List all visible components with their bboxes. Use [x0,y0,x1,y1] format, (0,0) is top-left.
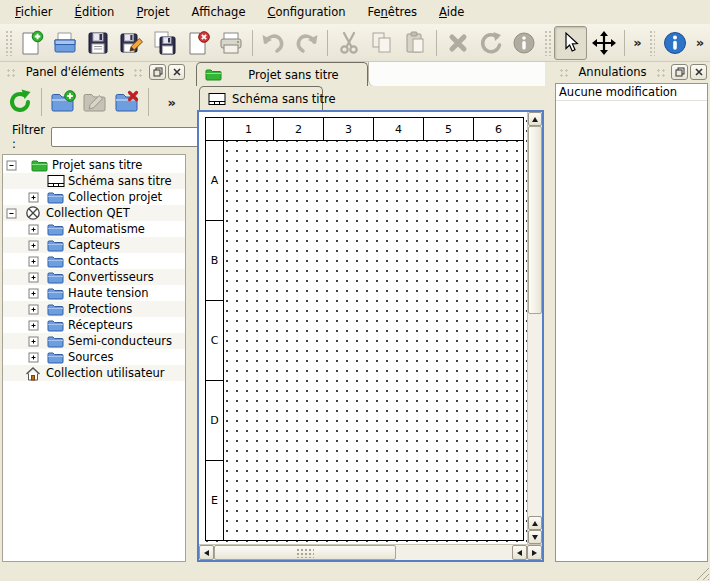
folder-edit-icon [81,88,109,116]
element-info-button[interactable] [508,26,541,60]
menu-item-edition[interactable]: Édition [64,2,126,22]
reload-collections-button[interactable] [4,86,36,118]
tab-schema-sans-titre[interactable]: Schéma sans titre [199,86,323,110]
toolbar-drag-handle[interactable] [544,30,551,56]
menu-item-fichier[interactable]: Fichier [4,2,64,22]
delete-category-button[interactable] [111,86,143,118]
save-all-button[interactable] [148,26,181,60]
vertical-scrollbar[interactable] [527,112,542,544]
dock-splitter[interactable] [188,62,196,562]
rotate-button[interactable] [474,26,507,60]
scroll-down-button[interactable] [528,530,542,544]
tree-item-sources[interactable]: Sources [3,349,185,365]
expand-expander-icon[interactable] [28,224,39,235]
tree-item-capteurs[interactable]: Capteurs [3,237,185,253]
diagram-canvas[interactable]: 1 2 3 4 5 6 A B C D E [199,112,527,544]
copy-button[interactable] [365,26,398,60]
undo-list-item[interactable]: Aucune modification [556,84,707,101]
expand-expander-icon[interactable] [28,288,39,299]
tab-label: Schéma sans titre [232,92,336,106]
horizontal-scrollbar-thumb[interactable] [214,545,396,560]
tree-item-collection-utilisateur[interactable]: Collection utilisateur [3,365,185,381]
toolbar-overflow-button[interactable]: » [629,35,645,50]
resize-grip[interactable] [695,566,709,580]
cut-button[interactable] [332,26,365,60]
vertical-scrollbar-track[interactable] [528,314,542,516]
scroll-right-button[interactable] [527,545,542,560]
elements-panel-titlebar[interactable]: Panel d'éléments [0,62,188,82]
vertical-scrollbar-thumb[interactable] [528,126,542,314]
open-project-button[interactable] [48,26,81,60]
tree-item-recepteurs[interactable]: Récepteurs [3,317,185,333]
toolbar-separator [41,88,42,116]
save-button[interactable] [81,26,114,60]
menu-item-fenetres[interactable]: Fenêtres [356,2,428,22]
tree-item-protections[interactable]: Protections [3,301,185,317]
float-icon [675,67,685,77]
tree-item-semi-conducteurs[interactable]: Semi-conducteurs [3,333,185,349]
move-tool-button[interactable] [587,26,620,60]
filter-input[interactable] [51,127,205,147]
collapse-expander-icon[interactable] [6,160,17,171]
toolbar-drag-handle[interactable] [649,30,656,56]
expand-expander-icon[interactable] [28,304,39,315]
paste-button[interactable] [399,26,432,60]
print-button[interactable] [214,26,247,60]
scroll-up-button[interactable] [528,516,542,530]
expand-expander-icon[interactable] [28,320,39,331]
undo-history-list[interactable]: Aucune modification [555,83,708,562]
new-project-button[interactable] [15,26,48,60]
save-as-button[interactable] [115,26,148,60]
toolbar-drag-handle[interactable] [5,30,12,56]
scroll-up-button[interactable] [528,112,542,126]
expand-expander-icon[interactable] [28,352,39,363]
select-tool-button[interactable] [554,26,587,60]
menu-item-aide[interactable]: Aide [428,2,475,22]
tree-item-schema[interactable]: Schéma sans titre [3,173,185,189]
toolbar-overflow-button[interactable]: » [692,35,708,50]
cut-icon [336,30,362,56]
dock-close-button[interactable] [168,64,185,80]
toolbar-separator [624,30,625,56]
horizontal-scrollbar-track[interactable] [396,545,512,560]
expand-expander-icon[interactable] [28,256,39,267]
tree-item-label: Automatisme [68,222,145,236]
tree-item-collection-qet[interactable]: Collection QET [3,205,185,221]
expand-expander-icon[interactable] [28,240,39,251]
menu-item-affichage[interactable]: Affichage [180,2,256,22]
rotate-icon [478,30,504,56]
close-project-button[interactable] [181,26,214,60]
tree-item-convertisseurs[interactable]: Convertisseurs [3,269,185,285]
new-category-button[interactable] [47,86,79,118]
menu-item-projet[interactable]: Projet [125,2,180,22]
undo-panel-titlebar[interactable]: Annulations [553,62,710,82]
delete-button[interactable] [441,26,474,60]
scroll-left-button[interactable] [512,545,527,560]
tree-item-project[interactable]: Projet sans titre [3,157,185,173]
tab-projet-sans-titre[interactable]: Projet sans titre [196,62,368,86]
folder-icon [47,222,65,236]
horizontal-scrollbar[interactable] [199,544,542,560]
tree-item-haute-tension[interactable]: Haute tension [3,285,185,301]
undo-button[interactable] [257,26,290,60]
tree-item-collection-projet[interactable]: Collection projet [3,189,185,205]
expand-expander-icon[interactable] [28,192,39,203]
collapse-expander-icon[interactable] [6,208,17,219]
tree-item-automatisme[interactable]: Automatisme [3,221,185,237]
delete-icon [445,30,471,56]
scroll-left-button[interactable] [199,545,214,560]
dock-float-button[interactable] [671,64,688,80]
tree-item-contacts[interactable]: Contacts [3,253,185,269]
dock-close-button[interactable] [690,64,707,80]
dock-splitter[interactable] [545,62,553,562]
panel-toolbar-overflow-button[interactable]: » [164,95,180,110]
folder-icon [47,254,65,268]
folder-icon [47,270,65,284]
expand-expander-icon[interactable] [28,336,39,347]
edit-category-button[interactable] [79,86,111,118]
redo-button[interactable] [290,26,323,60]
about-info-button[interactable] [658,26,691,60]
menu-item-configuration[interactable]: Configuration [256,2,356,22]
expand-expander-icon[interactable] [28,272,39,283]
dock-float-button[interactable] [149,64,166,80]
